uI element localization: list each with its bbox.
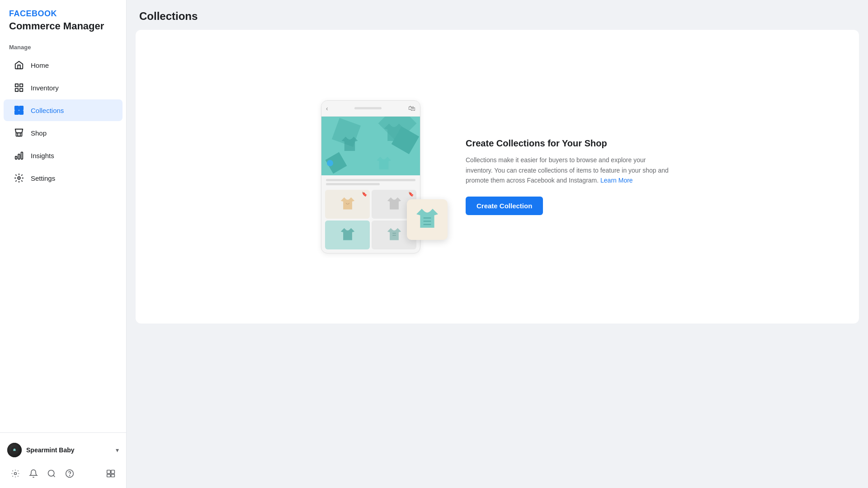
page-header: Collections bbox=[127, 0, 868, 30]
account-name: Spearmint Baby bbox=[26, 446, 116, 454]
phone-text-line-1 bbox=[326, 179, 415, 181]
svg-point-18 bbox=[70, 475, 70, 476]
footer-notifications-button[interactable] bbox=[25, 465, 42, 482]
learn-more-link[interactable]: Learn More bbox=[600, 177, 633, 184]
collections-illustration: ‹ 🛍 bbox=[321, 100, 439, 253]
shop-icon bbox=[13, 127, 25, 139]
sidebar-item-insights[interactable]: Insights bbox=[4, 145, 123, 166]
sidebar-item-inventory[interactable]: Inventory bbox=[4, 77, 123, 99]
svg-rect-21 bbox=[107, 474, 111, 477]
svg-rect-8 bbox=[18, 133, 20, 136]
floating-product-card bbox=[407, 199, 448, 240]
phone-bar bbox=[354, 107, 382, 109]
footer-search-button[interactable] bbox=[43, 465, 60, 482]
svg-point-12 bbox=[18, 177, 20, 180]
settings-label: Settings bbox=[31, 174, 55, 182]
svg-point-15 bbox=[14, 473, 17, 475]
svg-rect-0 bbox=[15, 84, 18, 87]
svg-rect-10 bbox=[18, 155, 20, 160]
sidebar-item-collections[interactable]: Collections bbox=[4, 99, 123, 121]
create-collection-button[interactable]: Create Collection bbox=[466, 197, 543, 215]
footer-icons bbox=[0, 462, 126, 488]
phone-hero-image bbox=[321, 117, 420, 175]
insights-icon bbox=[13, 149, 25, 162]
sidebar-item-shop[interactable]: Shop bbox=[4, 122, 123, 144]
hero-dot bbox=[327, 160, 333, 166]
sidebar-header: FACEBOOK Commerce Manager bbox=[0, 0, 126, 37]
inventory-label: Inventory bbox=[31, 84, 59, 92]
collections-empty-state-card: ‹ 🛍 bbox=[136, 30, 859, 324]
empty-state-description: Collections make it easier for buyers to… bbox=[466, 155, 674, 185]
shop-label: Shop bbox=[31, 129, 47, 137]
phone-text-block bbox=[321, 175, 420, 185]
facebook-logo: FACEBOOK bbox=[9, 9, 117, 19]
inventory-icon bbox=[13, 81, 25, 94]
grid-item-3 bbox=[325, 221, 370, 249]
phone-mockup: ‹ 🛍 bbox=[321, 100, 420, 253]
app-title: Commerce Manager bbox=[9, 20, 117, 32]
collections-label: Collections bbox=[31, 107, 64, 114]
home-icon bbox=[13, 59, 25, 71]
bookmark-icon-2: 🔖 bbox=[408, 192, 414, 197]
manage-label: Manage bbox=[0, 37, 126, 53]
footer-toggle-button[interactable] bbox=[103, 465, 119, 482]
bookmark-icon-1: 🔖 bbox=[362, 192, 367, 197]
svg-rect-5 bbox=[19, 106, 23, 110]
empty-state-info: Create Collections for Your Shop Collect… bbox=[466, 138, 674, 215]
svg-rect-9 bbox=[15, 156, 17, 159]
footer-settings-button[interactable] bbox=[7, 465, 24, 482]
phone-cart-icon: 🛍 bbox=[408, 104, 415, 113]
svg-point-14 bbox=[14, 449, 16, 451]
phone-back-icon: ‹ bbox=[326, 105, 328, 112]
svg-rect-2 bbox=[15, 89, 18, 91]
footer-help-button[interactable] bbox=[61, 465, 78, 482]
svg-rect-1 bbox=[20, 84, 23, 87]
grid-item-1: 🔖 bbox=[325, 190, 370, 219]
settings-icon bbox=[13, 172, 25, 184]
svg-rect-22 bbox=[111, 474, 115, 477]
svg-rect-19 bbox=[107, 470, 111, 474]
empty-state: ‹ 🛍 bbox=[321, 100, 674, 253]
collections-icon bbox=[13, 104, 25, 117]
account-row[interactable]: Spearmint Baby ▾ bbox=[0, 438, 126, 462]
sidebar-item-settings[interactable]: Settings bbox=[4, 167, 123, 189]
svg-rect-20 bbox=[111, 470, 115, 474]
sidebar-nav: Home Inventory Collections bbox=[0, 53, 126, 432]
page-title: Collections bbox=[139, 10, 855, 23]
avatar bbox=[7, 443, 22, 457]
content-area: ‹ 🛍 bbox=[127, 30, 868, 488]
svg-rect-6 bbox=[15, 111, 19, 114]
insights-label: Insights bbox=[31, 152, 54, 160]
sidebar-bottom: Spearmint Baby ▾ bbox=[0, 432, 126, 488]
phone-top-bar: ‹ 🛍 bbox=[321, 101, 420, 117]
svg-rect-4 bbox=[15, 106, 19, 110]
svg-rect-7 bbox=[19, 111, 23, 114]
empty-state-title: Create Collections for Your Shop bbox=[466, 138, 674, 149]
sidebar: FACEBOOK Commerce Manager Manage Home In… bbox=[0, 0, 127, 488]
main-content: Collections ‹ 🛍 bbox=[127, 0, 868, 488]
svg-rect-11 bbox=[21, 152, 23, 160]
svg-rect-3 bbox=[20, 89, 23, 91]
chevron-down-icon: ▾ bbox=[116, 446, 119, 454]
home-label: Home bbox=[31, 61, 49, 69]
phone-text-line-2 bbox=[326, 183, 380, 185]
sidebar-item-home[interactable]: Home bbox=[4, 54, 123, 76]
phone-product-grid: 🔖 🔖 bbox=[321, 187, 420, 253]
svg-point-16 bbox=[48, 470, 54, 476]
